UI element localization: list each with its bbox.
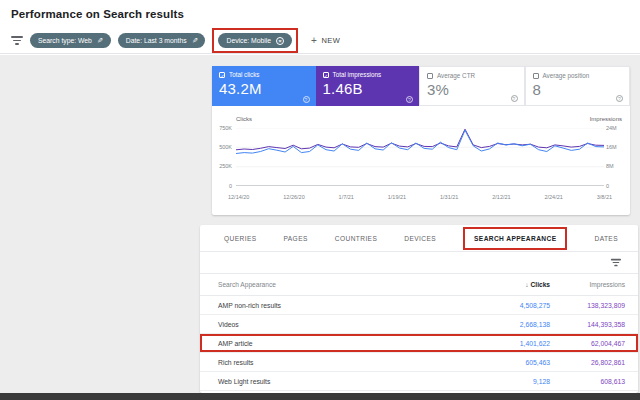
metric-total-impressions[interactable]: ✓ Total impressions 1.46B ? (316, 66, 420, 106)
tab-queries[interactable]: QUERIES (224, 235, 256, 242)
right-axis-title: Impressions (590, 116, 622, 122)
new-filter-button[interactable]: + NEW (311, 35, 340, 46)
y-tick: 16M (606, 144, 617, 150)
x-tick: 1/7/21 (339, 194, 354, 200)
device-chip-highlight-box: Device: Mobile × (212, 28, 298, 53)
x-tick: 2/24/21 (544, 194, 562, 200)
help-icon[interactable]: ? (303, 96, 310, 103)
metric-value: 43.2M (219, 80, 309, 97)
y-tick: 750K (212, 125, 232, 131)
x-tick: 1/31/21 (440, 194, 458, 200)
table-row[interactable]: AMP non-rich results 4,508,275 138,323,8… (200, 296, 638, 315)
chip-device[interactable]: Device: Mobile × (218, 33, 292, 48)
x-tick: 3/8/21 (597, 194, 612, 200)
table-filter-icon[interactable] (610, 258, 621, 267)
metric-label: Total impressions (333, 71, 382, 78)
metric-average-position[interactable]: Average position 8 ? (525, 66, 631, 106)
metric-total-clicks[interactable]: ✓ Total clicks 43.2M ? (212, 66, 316, 106)
column-impressions[interactable]: Impressions (550, 281, 625, 288)
sort-descending-icon: ↓ (525, 281, 528, 288)
remove-filter-icon[interactable]: × (276, 37, 284, 45)
x-tick: 2/12/21 (492, 194, 510, 200)
chip-device-label: Device: Mobile (226, 37, 271, 44)
bottom-edge-bar (0, 393, 640, 400)
help-icon[interactable]: ? (511, 95, 518, 102)
chip-date-range-label: Date: Last 3 months (126, 37, 187, 44)
x-tick: 12/26/20 (283, 194, 304, 200)
tab-devices[interactable]: DEVICES (404, 235, 436, 242)
checkbox-unchecked-icon[interactable] (427, 73, 433, 79)
new-filter-label: NEW (321, 36, 340, 45)
metric-value: 1.46B (323, 80, 413, 97)
y-tick: 250K (212, 163, 232, 169)
metric-label: Average CTR (437, 72, 475, 79)
table-row-highlighted[interactable]: AMP article 1,401,622 62,004,467 (200, 334, 638, 353)
tab-countries[interactable]: COUNTRIES (335, 235, 377, 242)
table-row[interactable]: Rich results 605,463 26,802,861 (200, 353, 638, 372)
performance-card: ✓ Total clicks 43.2M ? ✓ Total impressio… (212, 66, 630, 215)
clicks-line (236, 130, 604, 153)
y-tick: 0 (606, 183, 609, 189)
table-row[interactable]: Web Light results 9,128 608,613 (200, 372, 638, 391)
x-tick: 12/14/20 (228, 194, 249, 200)
metric-value: 8 (533, 81, 623, 98)
edit-icon: ✎ (192, 37, 198, 44)
plus-icon: + (311, 35, 317, 46)
table-header: Search Appearance ↓Clicks Impressions (200, 273, 638, 296)
column-search-appearance: Search Appearance (218, 281, 455, 288)
y-tick: 8M (606, 163, 614, 169)
filter-bar: Search type: Web ✎ Date: Last 3 months ✎… (0, 28, 640, 54)
dimension-tabs: QUERIES PAGES COUNTRIES DEVICES SEARCH A… (200, 225, 638, 252)
metric-value: 3% (427, 81, 517, 98)
tab-pages[interactable]: PAGES (284, 235, 308, 242)
metric-label: Total clicks (229, 71, 259, 78)
tab-search-appearance[interactable]: SEARCH APPEARANCE (463, 227, 567, 250)
checkbox-checked-icon[interactable]: ✓ (323, 72, 329, 78)
column-clicks[interactable]: ↓Clicks (455, 281, 550, 288)
table-row[interactable]: Videos 2,668,138 144,393,358 (200, 315, 638, 334)
help-icon[interactable]: ? (406, 96, 413, 103)
metric-tiles: ✓ Total clicks 43.2M ? ✓ Total impressio… (212, 66, 630, 106)
edit-icon: ✎ (97, 37, 103, 44)
y-tick: 500K (212, 144, 232, 150)
table-filter-row (200, 252, 638, 273)
metric-average-ctr[interactable]: Average CTR 3% ? (419, 66, 525, 106)
chip-date-range[interactable]: Date: Last 3 months ✎ (118, 33, 206, 48)
y-tick: 24M (606, 125, 617, 131)
impressions-line (236, 129, 604, 150)
tab-dates[interactable]: DATES (594, 235, 618, 242)
page-header: Performance on Search results (0, 0, 640, 28)
table-card: QUERIES PAGES COUNTRIES DEVICES SEARCH A… (200, 225, 638, 393)
left-axis-title: Clicks (236, 116, 252, 122)
y-tick: 0 (212, 183, 232, 189)
page-title: Performance on Search results (11, 8, 184, 20)
checkbox-checked-icon[interactable]: ✓ (219, 72, 225, 78)
chip-search-type[interactable]: Search type: Web ✎ (30, 33, 111, 48)
content-area: ✓ Total clicks 43.2M ? ✓ Total impressio… (0, 55, 640, 393)
help-icon[interactable]: ? (616, 95, 623, 102)
filter-icon[interactable] (10, 35, 23, 46)
x-tick: 1/19/21 (388, 194, 406, 200)
performance-chart[interactable] (236, 128, 604, 186)
metric-label: Average position (543, 72, 590, 79)
checkbox-unchecked-icon[interactable] (533, 73, 539, 79)
chip-search-type-label: Search type: Web (38, 37, 92, 44)
x-axis-labels: 12/14/20 12/26/20 1/7/21 1/19/21 1/31/21… (228, 194, 612, 200)
